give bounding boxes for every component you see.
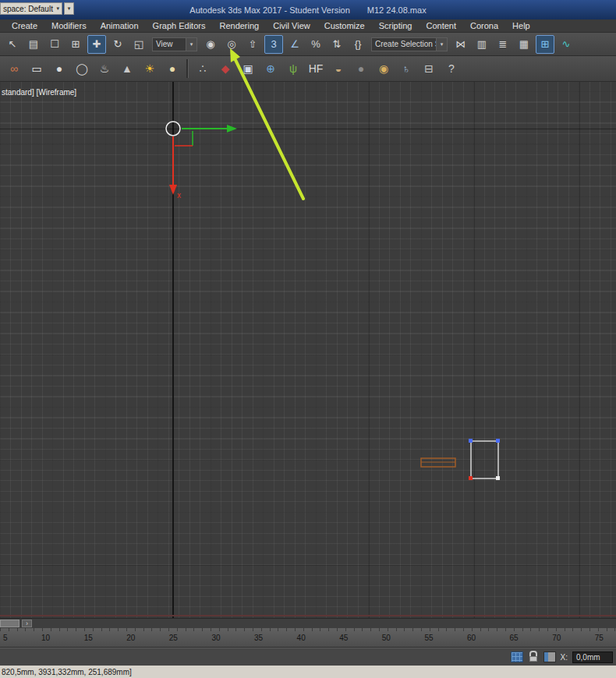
menu-content[interactable]: Content [419,19,463,32]
selected-rectangle[interactable] [471,441,498,478]
proxy-icon[interactable]: ◆ [215,58,235,79]
main-toolbar: ↖▤☐⊞✚↻◱ View ▾ ◉◎⇧3∠%⇅{} Create Selectio… [0,33,616,56]
select-object-icon[interactable]: ↖ [3,35,22,54]
select-by-name-icon[interactable]: ▤ [24,35,43,54]
reference-coordinate-dropdown[interactable]: View ▾ [152,37,197,51]
x-coordinate-label: X: [561,653,568,662]
menu-customize[interactable]: Customize [317,19,372,32]
keyboard-override-icon[interactable]: ⇧ [243,35,262,54]
teapot-primitive-icon[interactable]: ♨ [94,58,115,79]
status-bar: X: 0,0mm [0,648,616,666]
file-name: M12 24.08.max [367,5,427,15]
sphere-light-icon[interactable]: ● [162,58,182,79]
box-primitive-icon[interactable]: ▭ [27,58,47,79]
menu-bar: CreateModifiersAnimationGraph EditorsRen… [0,19,616,33]
light-lister-icon[interactable]: ⊟ [419,58,439,79]
displacement-icon[interactable]: ◒ [328,58,349,79]
grass-icon[interactable]: ψ [283,58,303,79]
curve-editor-icon[interactable]: ∿ [557,35,575,54]
select-and-manipulate-icon[interactable]: ◎ [222,35,241,54]
menu-scripting[interactable]: Scripting [372,19,420,32]
sun-light-icon[interactable]: ☀ [140,58,160,79]
menu-modifiers[interactable]: Modifiers [44,19,94,32]
gizmo-y-arrowhead[interactable] [227,125,237,132]
camera-icon[interactable]: ◉ [373,58,394,79]
chevron-down-icon: ▾ [436,38,447,51]
3dsmax-window: space: Default ▾ ▾ Autodesk 3ds Max 2017… [0,0,616,678]
menu-help[interactable]: Help [505,19,537,32]
vertex-handle[interactable] [469,439,473,443]
percent-snap-icon[interactable]: % [306,35,325,54]
menu-rendering[interactable]: Rendering [212,19,266,32]
transform-typein-mode-icon[interactable] [543,652,556,662]
hf-icon[interactable]: HF [306,58,326,79]
workspace-menu-button[interactable]: ▾ [64,2,74,15]
cone-primitive-icon[interactable]: ▲ [117,58,137,79]
frame-number: 5 [3,634,8,642]
mirror-icon[interactable]: ⋈ [451,35,470,54]
track-bar[interactable]: 51015202530354045505560657075 [0,628,616,648]
vertex-handle[interactable] [496,476,500,480]
layer-explorer-icon[interactable]: ≣ [494,35,512,54]
workspace-label: space: Default [3,5,53,13]
sphere-primitive-icon[interactable]: ● [49,58,69,79]
scatter-icon[interactable]: ∴ [193,58,213,79]
menu-civil-view[interactable]: Civil View [266,19,317,32]
dark-sphere-icon[interactable]: ● [351,58,371,79]
selection-lock-icon[interactable] [528,651,539,663]
render-setup-icon[interactable]: ⊞ [536,35,554,54]
scrollbar-right-arrow[interactable]: › [22,620,32,627]
frame-number: 75 [595,634,604,642]
coordinate-display: X: 0,0mm [511,650,613,664]
snaps-toggle-3d-icon[interactable]: 3 [264,35,283,54]
gizmo-x-label: x [177,191,181,200]
frame-number: 30 [211,634,220,642]
chevron-down-icon: ▾ [186,38,196,51]
use-pivot-point-icon[interactable]: ◉ [201,35,220,54]
ribbon-toggle-icon[interactable]: ▦ [515,35,533,54]
corona-toolbar: ∞▭●◯♨▲☀● ∴◆▣⊕ψHF◒●◉♄⊟? [0,56,616,82]
menu-animation[interactable]: Animation [94,19,146,32]
coordinate-readout: 820,5mm, 3931,332mm, 251,689mm] [2,668,132,676]
select-and-move-icon[interactable]: ✚ [87,35,106,54]
title-bar: space: Default ▾ ▾ Autodesk 3ds Max 2017… [0,0,616,19]
track-numbers: 51015202530354045505560657075 [0,628,616,647]
frame-number: 20 [126,634,135,642]
scrollbar-thumb[interactable] [0,620,19,627]
edit-named-selection-sets-icon[interactable]: {} [349,35,367,54]
circle-primitive-icon[interactable]: ◯ [72,58,92,79]
corona-knot-icon[interactable]: ∞ [4,58,24,79]
spinner-snap-icon[interactable]: ⇅ [327,35,346,54]
viewport-overlay: x [0,82,616,618]
menu-corona[interactable]: Corona [463,19,505,32]
vertex-handle[interactable] [469,476,473,480]
frame-number: 65 [510,634,519,642]
globe-icon[interactable]: ⊕ [260,58,281,79]
frame-number: 45 [339,634,348,642]
window-title: Autodesk 3ds Max 2017 - Student Version … [0,0,616,19]
angle-snap-icon[interactable]: ∠ [285,35,304,54]
vertex-handle[interactable] [496,439,500,443]
window-crossing-icon[interactable]: ⊞ [66,35,85,54]
viewport-layout-icon[interactable] [511,652,523,662]
camera-a-icon[interactable]: ▣ [238,58,258,79]
planet-icon[interactable]: ♄ [396,58,416,79]
frame-number: 60 [467,634,476,642]
menu-graph-editors[interactable]: Graph Editors [146,19,213,32]
viewport[interactable]: standard] [Wireframe] x [0,82,616,618]
x-coordinate-field[interactable]: 0,0mm [572,652,613,663]
rectangular-selection-icon[interactable]: ☐ [45,35,64,54]
gizmo-center-circle[interactable] [166,122,180,136]
workspace-selector[interactable]: space: Default ▾ [0,2,62,15]
app-title: Autodesk 3ds Max 2017 - Student Version [189,5,349,15]
frame-number: 50 [382,634,391,642]
menu-create[interactable]: Create [5,19,44,32]
help-icon[interactable]: ? [441,58,462,79]
horizontal-scrollbar[interactable]: › [0,618,616,628]
select-and-rotate-icon[interactable]: ↻ [108,35,127,54]
select-and-scale-icon[interactable]: ◱ [129,35,148,54]
align-icon[interactable]: ▥ [473,35,491,54]
create-selection-set-dropdown[interactable]: Create Selection Se ▾ [371,37,448,51]
frame-number: 55 [424,634,433,642]
gizmo-x-arrowhead[interactable] [169,185,177,195]
